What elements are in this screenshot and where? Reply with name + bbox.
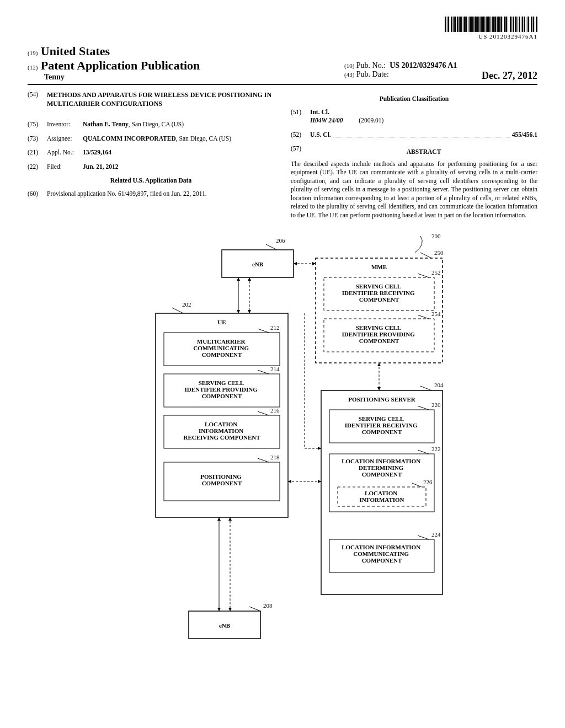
- ref-204: 204: [434, 382, 444, 388]
- enb-bottom-label: eNB: [219, 622, 231, 629]
- invention-title: METHODS AND APPARATUS FOR WIRELESS DEVIC…: [47, 90, 274, 108]
- country: United States: [41, 44, 110, 58]
- assignee-code: (73): [28, 135, 47, 143]
- figure-1: 200 eNB 206 MME 250 SERVING CELL IDENTIF…: [28, 231, 537, 650]
- inventor-loc: , San Diego, CA (US): [129, 121, 184, 127]
- ps-sci-recv-3: COMPONENT: [362, 429, 402, 435]
- svg-line-12: [172, 308, 183, 313]
- inventor-code: (75): [28, 120, 47, 129]
- ref-220: 220: [431, 402, 441, 408]
- title-code: (54): [28, 90, 47, 115]
- multicarrier-2: COMMUNICATING: [193, 345, 249, 351]
- svg-text:LOCATION INFORMATION
    COMMU: LOCATION INFORMATION COMMUNICATING COMPO…: [342, 544, 422, 564]
- ref-218: 218: [270, 454, 280, 461]
- loc-recv-3: RECEIVING COMPONENT: [183, 434, 260, 441]
- prov-text: Provisional application No. 61/499,897, …: [47, 190, 274, 199]
- ue-sci-prov-2: IDENTIFIER PROVIDING: [184, 386, 258, 393]
- ref-206: 206: [276, 237, 285, 244]
- pubdate-code: (43): [344, 71, 354, 78]
- svg-line-38: [412, 483, 422, 487]
- filed-date: Jun. 21, 2012: [83, 163, 119, 170]
- ref-222: 222: [431, 446, 441, 452]
- pubdate-label: Pub. Date:: [356, 70, 389, 78]
- bibliographic-columns: (54) METHODS AND APPARATUS FOR WIRELESS …: [28, 90, 537, 220]
- ps-sci-recv-1: SERVING CELL: [359, 415, 404, 422]
- svg-text:SERVING CELL
    IDENTIFIER PR: SERVING CELL IDENTIFIER PROVIDING COMPON…: [184, 379, 259, 399]
- ue-label: UE: [217, 319, 226, 325]
- classification-head: Publication Classification: [291, 95, 537, 104]
- mme-sci-recv-2: IDENTIFIER RECEIVING: [342, 290, 415, 296]
- barcode-icon: [445, 17, 537, 32]
- mme-sci-prov-3: COMPONENT: [359, 338, 399, 344]
- svg-line-1: [266, 244, 277, 250]
- intcl-year: (2009.01): [359, 117, 383, 124]
- document-header: (19) United States (12) Patent Applicati…: [28, 44, 537, 82]
- ue-sci-prov-1: SERVING CELL: [199, 379, 244, 386]
- svg-text:SERVING CELL
    IDENTIFIER RE: SERVING CELL IDENTIFIER RECEIVING COMPON…: [345, 415, 419, 435]
- ue-sci-prov-3: COMPONENT: [202, 393, 242, 399]
- svg-text:SERVING CELL
    IDENTIFIER RE: SERVING CELL IDENTIFIER RECEIVING COMPON…: [342, 283, 416, 303]
- abstract-code: (57): [291, 144, 310, 160]
- prov-code: (60): [28, 190, 47, 199]
- ref-224: 224: [431, 531, 441, 538]
- uscl-val: 455/456.1: [512, 131, 537, 140]
- inventor-label: Inventor:: [47, 120, 83, 129]
- ref-208: 208: [263, 602, 273, 609]
- loc-info-1: LOCATION: [365, 490, 397, 496]
- svg-text:LOCATION INFORMATION
    DETER: LOCATION INFORMATION DETERMINING COMPONE…: [342, 458, 422, 478]
- filed-label: Filed:: [47, 163, 83, 172]
- svg-text:MULTICARRIER
    COMMUNICATING: MULTICARRIER COMMUNICATING COMPONENT: [193, 338, 250, 358]
- svg-line-26: [258, 458, 269, 462]
- multicarrier-3: COMPONENT: [202, 351, 242, 358]
- ref-226: 226: [423, 479, 433, 485]
- author: Tenny: [44, 73, 200, 82]
- enb-top-label: eNB: [252, 261, 264, 267]
- applno-label: Appl. No.:: [47, 148, 83, 157]
- svg-text:POSITIONING
    COMPONENT: POSITIONING COMPONENT: [200, 473, 243, 486]
- svg-line-3: [420, 253, 431, 258]
- assignee-name: QUALCOMM INCORPORATED: [83, 135, 176, 142]
- assignee-label: Assignee:: [47, 135, 83, 143]
- pubno: US 2012/0329476 A1: [390, 61, 457, 69]
- svg-text:LOCATION
    INFORMATION
    R: LOCATION INFORMATION RECEIVING COMPONENT: [183, 421, 260, 441]
- loc-comm-2: COMMUNICATING: [353, 550, 409, 557]
- dot-leader: [333, 131, 510, 138]
- mme-label: MME: [371, 264, 387, 270]
- mme-sci-recv-1: SERVING CELL: [356, 283, 401, 290]
- pos-server-label: POSITIONING SERVER: [348, 396, 416, 403]
- mme-sci-prov-2: IDENTIFIER PROVIDING: [342, 331, 415, 338]
- ref-216: 216: [270, 407, 280, 414]
- svg-line-23: [258, 411, 269, 415]
- abstract-text: The described aspects include methods an…: [291, 160, 537, 220]
- svg-line-41: [418, 536, 429, 539]
- applno: 13/529,164: [83, 149, 111, 156]
- svg-text:LOCATION
    INFORMATION: LOCATION INFORMATION: [359, 490, 404, 503]
- header-rule: [28, 84, 537, 85]
- loc-info-2: INFORMATION: [359, 496, 404, 503]
- inventor-name: Nathan E. Tenny: [83, 121, 129, 127]
- pubno-code: (10): [344, 62, 354, 69]
- intcl-code: (51): [291, 108, 310, 125]
- applno-code: (21): [28, 148, 47, 157]
- barcode-text: US 20120329476A1: [478, 33, 537, 40]
- ref-254: 254: [431, 311, 441, 317]
- loc-det-3: COMPONENT: [362, 471, 402, 478]
- ref-250: 250: [434, 249, 444, 256]
- svg-line-35: [418, 450, 429, 454]
- ref-200: 200: [431, 233, 441, 239]
- loc-comm-1: LOCATION INFORMATION: [342, 544, 420, 550]
- svg-line-32: [418, 406, 429, 410]
- ref-202: 202: [182, 301, 191, 308]
- intcl-val: H04W 24/00: [310, 117, 343, 124]
- barcode-area: US 20120329476A1: [28, 17, 537, 40]
- ref-214: 214: [270, 366, 280, 372]
- ref-252: 252: [431, 269, 441, 276]
- pubdate: Dec. 27, 2012: [482, 70, 537, 82]
- doc-type: Patent Application Publication: [41, 58, 200, 72]
- filed-code: (22): [28, 163, 47, 172]
- pubno-label: Pub. No.:: [356, 61, 386, 69]
- ps-sci-recv-2: IDENTIFIER RECEIVING: [345, 422, 418, 429]
- uscl-code: (52): [291, 131, 310, 140]
- svg-line-20: [258, 370, 269, 374]
- svg-line-17: [258, 329, 269, 333]
